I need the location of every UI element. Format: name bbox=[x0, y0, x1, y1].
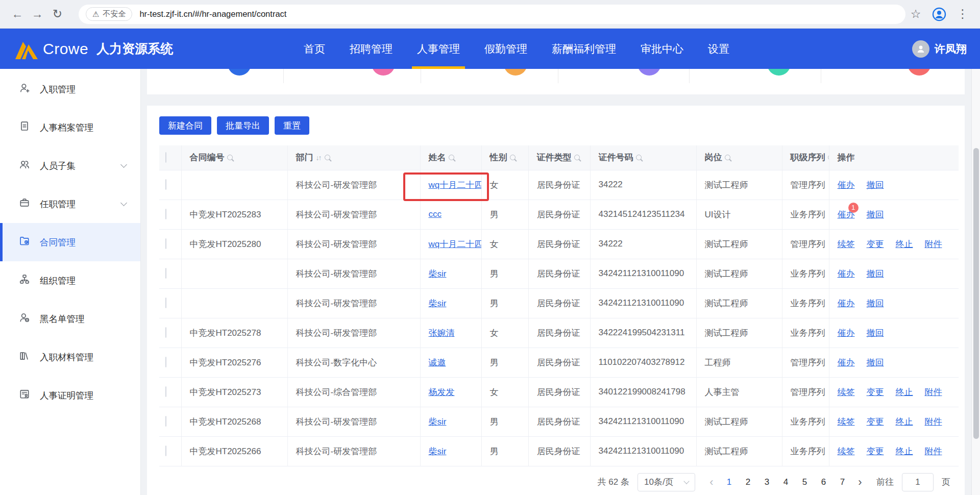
employee-name-link[interactable]: 柴sir bbox=[429, 447, 447, 456]
action-link-撤回[interactable]: 撤回 bbox=[867, 268, 884, 280]
employee-name-link[interactable]: 柴sir bbox=[429, 269, 447, 279]
security-chip[interactable]: ⚠ 不安全 bbox=[86, 7, 132, 21]
batch-export-button[interactable]: 批量导出 bbox=[217, 116, 269, 135]
employee-name-link[interactable]: 诚邀 bbox=[429, 358, 446, 367]
reset-button[interactable]: 重置 bbox=[275, 116, 309, 135]
action-link-终止[interactable]: 终止 bbox=[896, 386, 913, 398]
row-select-cell bbox=[159, 436, 181, 466]
next-page-icon[interactable]: › bbox=[852, 476, 868, 489]
employee-name-link[interactable]: wq十月二十四 bbox=[429, 239, 482, 249]
nav-item-6[interactable]: 设置 bbox=[708, 29, 729, 69]
sidebar-item-5[interactable]: 组织管理 bbox=[0, 261, 140, 300]
employee-name-link[interactable]: 张婉清 bbox=[429, 328, 455, 338]
action-link-撤回[interactable]: 撤回 bbox=[867, 209, 884, 220]
scrollbar-thumb[interactable] bbox=[973, 148, 979, 439]
nav-item-2[interactable]: 人事管理 bbox=[417, 29, 460, 69]
row-checkbox[interactable] bbox=[165, 445, 166, 456]
action-link-附件[interactable]: 附件 bbox=[925, 386, 942, 398]
sidebar-item-3[interactable]: 任职管理 bbox=[0, 185, 140, 223]
forward-icon[interactable]: → bbox=[27, 4, 47, 24]
row-checkbox[interactable] bbox=[165, 298, 166, 308]
action-link-终止[interactable]: 终止 bbox=[896, 445, 913, 457]
action-link-附件[interactable]: 附件 bbox=[925, 238, 942, 250]
row-checkbox[interactable] bbox=[165, 416, 166, 427]
action-link-续签[interactable]: 续签 bbox=[838, 416, 855, 428]
reload-icon[interactable]: ↻ bbox=[47, 4, 67, 24]
page-size-select[interactable]: 10条/页 bbox=[638, 473, 695, 491]
employee-name-link[interactable]: wq十月二十四 bbox=[429, 180, 482, 190]
bookmark-star-icon[interactable]: ☆ bbox=[905, 4, 926, 24]
action-link-变更[interactable]: 变更 bbox=[867, 416, 884, 428]
action-link-续签[interactable]: 续签 bbox=[838, 445, 855, 457]
action-link-变更[interactable]: 变更 bbox=[867, 238, 884, 250]
employee-name-link[interactable]: 柴sir bbox=[429, 417, 447, 427]
action-link-催办[interactable]: 催办 bbox=[838, 298, 855, 309]
search-icon[interactable] bbox=[449, 155, 454, 160]
employee-name-link[interactable]: ccc bbox=[429, 209, 442, 219]
action-link-催办[interactable]: 催办 bbox=[838, 327, 855, 339]
page-number-6[interactable]: 6 bbox=[814, 477, 833, 487]
row-checkbox[interactable] bbox=[165, 357, 166, 367]
row-checkbox[interactable] bbox=[165, 327, 166, 338]
row-checkbox[interactable] bbox=[165, 179, 166, 190]
page-number-7[interactable]: 7 bbox=[833, 477, 852, 487]
action-link-附件[interactable]: 附件 bbox=[925, 445, 942, 457]
sidebar-item-2[interactable]: 人员子集 bbox=[0, 146, 140, 185]
action-link-续签[interactable]: 续签 bbox=[838, 238, 855, 250]
sidebar-item-4[interactable]: 合同管理 bbox=[0, 223, 140, 261]
row-checkbox[interactable] bbox=[165, 386, 166, 397]
action-link-撤回[interactable]: 撤回 bbox=[867, 327, 884, 339]
action-link-催办[interactable]: 催办1 bbox=[838, 209, 855, 220]
search-icon[interactable] bbox=[725, 155, 730, 160]
search-icon[interactable] bbox=[574, 155, 580, 160]
sort-icon[interactable]: ↓↑ bbox=[316, 154, 321, 162]
page-number-5[interactable]: 5 bbox=[795, 477, 814, 487]
page-number-4[interactable]: 4 bbox=[776, 477, 795, 487]
browser-menu-icon[interactable]: ⋮ bbox=[952, 4, 973, 24]
url-text[interactable]: hr-test.zjf-it.cn/#/hr-anagement/contrac… bbox=[139, 9, 286, 19]
new-contract-button[interactable]: 新建合同 bbox=[159, 116, 211, 135]
action-link-催办[interactable]: 催办 bbox=[838, 357, 855, 368]
page-number-1[interactable]: 1 bbox=[720, 477, 739, 487]
nav-item-3[interactable]: 假勤管理 bbox=[484, 29, 527, 69]
page-number-2[interactable]: 2 bbox=[739, 477, 757, 487]
sidebar-item-6[interactable]: 黑名单管理 bbox=[0, 300, 140, 338]
action-link-催办[interactable]: 催办 bbox=[838, 179, 855, 191]
nav-item-5[interactable]: 审批中心 bbox=[641, 29, 683, 69]
row-checkbox[interactable] bbox=[165, 209, 166, 219]
sidebar-item-1[interactable]: 人事档案管理 bbox=[0, 108, 140, 146]
action-link-撤回[interactable]: 撤回 bbox=[867, 179, 884, 191]
nav-item-1[interactable]: 招聘管理 bbox=[350, 29, 393, 69]
employee-name-link[interactable]: 柴sir bbox=[429, 299, 447, 308]
action-link-终止[interactable]: 终止 bbox=[896, 416, 913, 428]
nav-item-0[interactable]: 首页 bbox=[304, 29, 325, 69]
page-number-3[interactable]: 3 bbox=[757, 477, 776, 487]
search-icon[interactable] bbox=[636, 155, 642, 160]
address-bar[interactable]: ⚠ 不安全 hr-test.zjf-it.cn/#/hr-anagement/c… bbox=[79, 5, 905, 24]
page-scrollbar[interactable] bbox=[971, 69, 980, 495]
action-link-终止[interactable]: 终止 bbox=[896, 238, 913, 250]
select-all-checkbox[interactable] bbox=[165, 152, 166, 163]
back-icon[interactable]: ← bbox=[7, 4, 27, 24]
nav-item-4[interactable]: 薪酬福利管理 bbox=[552, 29, 616, 69]
search-icon[interactable] bbox=[325, 155, 330, 160]
action-link-变更[interactable]: 变更 bbox=[867, 386, 884, 398]
employee-name-link[interactable]: 杨发发 bbox=[429, 387, 455, 397]
user-info[interactable]: 许凤翔 bbox=[912, 40, 967, 58]
search-icon[interactable] bbox=[227, 155, 233, 160]
row-checkbox[interactable] bbox=[165, 238, 166, 249]
action-link-催办[interactable]: 催办 bbox=[838, 268, 855, 280]
action-link-撤回[interactable]: 撤回 bbox=[867, 298, 884, 309]
action-link-附件[interactable]: 附件 bbox=[925, 416, 942, 428]
search-icon[interactable] bbox=[510, 155, 516, 160]
action-link-变更[interactable]: 变更 bbox=[867, 445, 884, 457]
browser-profile-icon[interactable] bbox=[929, 4, 949, 24]
action-link-撤回[interactable]: 撤回 bbox=[867, 357, 884, 368]
row-checkbox[interactable] bbox=[165, 268, 166, 279]
action-link-续签[interactable]: 续签 bbox=[838, 386, 855, 398]
sidebar-item-7[interactable]: 入职材料管理 bbox=[0, 338, 140, 376]
prev-page-icon[interactable]: ‹ bbox=[703, 476, 720, 489]
goto-page-input[interactable] bbox=[902, 473, 934, 491]
sidebar-item-8[interactable]: 人事证明管理 bbox=[0, 376, 140, 414]
sidebar-item-0[interactable]: 入职管理 bbox=[0, 70, 140, 108]
